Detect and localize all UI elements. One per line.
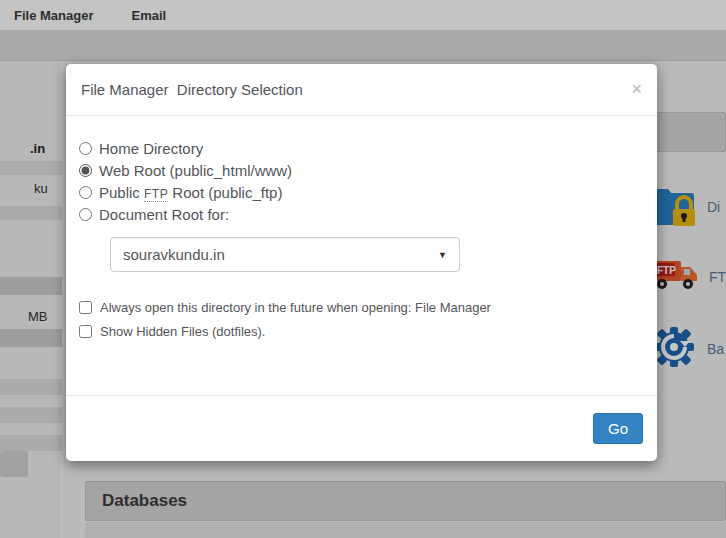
home-directory-radio[interactable] <box>79 142 92 155</box>
public-ftp-root-label[interactable]: Public FTP Root (public_ftp) <box>99 184 282 201</box>
close-icon[interactable]: × <box>631 80 642 98</box>
radio-row-home-directory: Home Directory <box>79 140 642 157</box>
document-root-radio[interactable] <box>79 208 92 221</box>
dialog-footer: Go <box>66 395 657 461</box>
radio-row-public-ftp-root: Public FTP Root (public_ftp) <box>79 184 642 201</box>
domain-select[interactable]: souravkundu.in ▼ <box>110 237 460 272</box>
show-hidden-files-checkbox[interactable] <box>79 325 92 338</box>
always-open-label[interactable]: Always open this directory in the future… <box>100 300 491 315</box>
label-text: Root (public_ftp) <box>168 184 282 201</box>
directory-selection-dialog: File Manager Directory Selection × Home … <box>66 64 657 461</box>
show-hidden-files-label[interactable]: Show Hidden Files (dotfiles). <box>100 324 265 339</box>
dialog-header: File Manager Directory Selection × <box>66 64 657 116</box>
dialog-title: File Manager Directory Selection <box>81 81 303 98</box>
check-row-always-open: Always open this directory in the future… <box>79 300 642 315</box>
chevron-down-icon: ▼ <box>438 250 447 260</box>
public-ftp-root-radio[interactable] <box>79 186 92 199</box>
label-text: Public <box>99 184 144 201</box>
dialog-body: Home Directory Web Root (public_html/www… <box>66 116 657 395</box>
dialog-checkboxes: Always open this directory in the future… <box>79 300 642 339</box>
always-open-checkbox[interactable] <box>79 301 92 314</box>
domain-select-value: souravkundu.in <box>123 246 438 263</box>
document-root-label[interactable]: Document Root for: <box>99 206 229 223</box>
check-row-show-hidden: Show Hidden Files (dotfiles). <box>79 324 642 339</box>
radio-row-web-root: Web Root (public_html/www) <box>79 162 642 179</box>
radio-row-document-root: Document Root for: <box>79 206 642 223</box>
web-root-label[interactable]: Web Root (public_html/www) <box>99 162 292 179</box>
home-directory-label[interactable]: Home Directory <box>99 140 203 157</box>
ftp-abbr: FTP <box>144 187 168 202</box>
web-root-radio[interactable] <box>79 164 92 177</box>
go-button[interactable]: Go <box>593 413 643 444</box>
